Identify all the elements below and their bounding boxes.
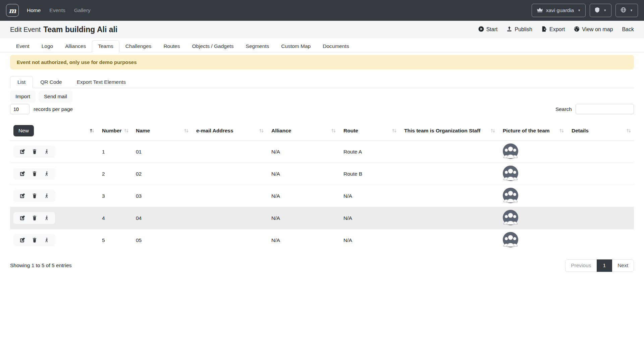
delete-team-button[interactable] — [29, 171, 41, 177]
tab-event[interactable]: Event — [10, 40, 36, 52]
delete-team-button[interactable] — [29, 215, 41, 221]
start-label: Start — [486, 26, 498, 33]
delete-team-button[interactable] — [29, 237, 41, 243]
nav-link-home[interactable]: Home — [27, 7, 41, 13]
col-number-header[interactable]: Number — [97, 123, 131, 141]
runner-button[interactable] — [41, 149, 52, 155]
team-alliance-cell: N/A — [267, 207, 339, 229]
tab-logo[interactable]: Logo — [36, 40, 59, 52]
sort-icon[interactable] — [626, 128, 631, 133]
top-navbar: m Home Events Gallery xavi guardia ▼ ▼ ▼ — [0, 0, 644, 21]
pagination-previous[interactable]: Previous — [565, 259, 596, 272]
sort-icon[interactable] — [490, 128, 495, 133]
sort-icon[interactable] — [184, 128, 189, 133]
tab-custom-map[interactable]: Custom Map — [275, 40, 317, 52]
edit-team-button[interactable] — [16, 237, 29, 243]
sort-icon[interactable] — [331, 128, 336, 133]
team-route-cell: N/A — [339, 207, 399, 229]
subtab-export-text-elements[interactable]: Export Text Elements — [69, 76, 133, 88]
delete-team-button[interactable] — [29, 193, 41, 199]
runner-button[interactable] — [41, 193, 52, 199]
col-staff-header[interactable]: This team is Organization Staff — [399, 123, 498, 141]
sort-icon[interactable] — [392, 128, 397, 133]
team-alliance-cell: N/A — [267, 163, 339, 185]
row-actions — [13, 190, 55, 202]
delete-team-button[interactable] — [29, 149, 41, 155]
start-button[interactable]: Start — [478, 26, 498, 33]
navbar-right: xavi guardia ▼ ▼ ▼ — [532, 4, 638, 17]
pagination-page-1[interactable]: 1 — [597, 259, 612, 272]
column-label: Picture of the team — [503, 128, 550, 134]
sub-tabbar: List QR Code Export Text Elements — [10, 76, 634, 88]
edit-team-button[interactable] — [16, 149, 29, 155]
language-menu-button[interactable]: ▼ — [615, 4, 638, 17]
tab-objects-gadgets[interactable]: Objects / Gadgets — [186, 40, 240, 52]
table-row[interactable]: 3 03 N/A N/A — [10, 185, 634, 207]
nav-links: Home Events Gallery — [27, 7, 91, 13]
nav-link-events[interactable]: Events — [49, 7, 65, 13]
user-menu-button[interactable]: xavi guardia ▼ — [532, 4, 586, 17]
back-button[interactable]: Back — [622, 26, 634, 33]
tab-challenges[interactable]: Challenges — [119, 40, 158, 52]
edit-team-button[interactable] — [16, 193, 29, 199]
team-staff-cell — [399, 163, 498, 185]
page-title-prefix: Edit Event — [10, 26, 41, 34]
tab-teams[interactable]: Teams — [92, 40, 119, 52]
team-alliance-cell: N/A — [267, 229, 339, 251]
edit-team-button[interactable] — [16, 171, 29, 177]
export-button[interactable]: Export — [541, 26, 565, 33]
records-per-page-input[interactable] — [10, 104, 30, 114]
walking-person-icon — [44, 193, 49, 199]
publish-button[interactable]: Publish — [506, 26, 532, 33]
tab-routes[interactable]: Routes — [157, 40, 186, 52]
table-row[interactable]: 5 05 N/A N/A — [10, 229, 634, 251]
team-staff-cell — [399, 229, 498, 251]
view-on-map-button[interactable]: View on map — [574, 26, 613, 33]
col-route-header[interactable]: Route — [339, 123, 399, 141]
team-email-cell — [192, 163, 267, 185]
edit-team-button[interactable] — [16, 215, 29, 221]
sort-icon[interactable] — [124, 128, 129, 133]
runner-button[interactable] — [41, 215, 52, 221]
team-email-cell — [192, 141, 267, 163]
sort-icon[interactable] — [559, 128, 564, 133]
table-row[interactable]: 2 02 N/A Route B — [10, 163, 634, 185]
subtab-qr-code[interactable]: QR Code — [33, 76, 69, 88]
team-number-cell: 5 — [97, 229, 131, 251]
tab-segments[interactable]: Segments — [240, 40, 275, 52]
pagination-next[interactable]: Next — [612, 259, 634, 272]
col-name-header[interactable]: Name — [131, 123, 192, 141]
back-label: Back — [622, 26, 634, 33]
team-avatar — [503, 188, 518, 203]
import-button[interactable]: Import — [10, 91, 36, 102]
team-avatar — [503, 210, 518, 225]
team-number-cell: 1 — [97, 141, 131, 163]
column-label: Alliance — [271, 128, 291, 134]
col-details-header[interactable]: Details — [567, 123, 634, 141]
edit-icon — [19, 215, 25, 221]
chevron-down-icon: ▼ — [630, 9, 633, 12]
row-actions — [13, 146, 55, 158]
col-email-header[interactable]: e-mail Address — [192, 123, 267, 141]
team-avatar — [503, 232, 518, 247]
table-row[interactable]: 4 04 N/A N/A — [10, 207, 634, 229]
col-picture-header[interactable]: Picture of the team — [498, 123, 567, 141]
team-number-cell: 2 — [97, 163, 131, 185]
team-details-cell — [567, 163, 634, 185]
tab-alliances[interactable]: Alliances — [59, 40, 92, 52]
sort-icon[interactable] — [90, 128, 95, 133]
runner-button[interactable] — [41, 171, 52, 177]
team-details-cell — [567, 185, 634, 207]
admin-menu-button[interactable]: ▼ — [590, 4, 611, 17]
runner-button[interactable] — [41, 237, 52, 243]
col-alliance-header[interactable]: Alliance — [267, 123, 339, 141]
brand-logo[interactable]: m — [6, 4, 19, 17]
table-row[interactable]: 1 01 N/A Route A — [10, 141, 634, 163]
nav-link-gallery[interactable]: Gallery — [74, 7, 91, 13]
send-mail-button[interactable]: Send mail — [39, 91, 72, 102]
sort-icon[interactable] — [259, 128, 264, 133]
new-team-button[interactable]: New — [13, 125, 34, 136]
search-input[interactable] — [576, 104, 634, 114]
tab-documents[interactable]: Documents — [317, 40, 355, 52]
subtab-list[interactable]: List — [10, 76, 33, 88]
